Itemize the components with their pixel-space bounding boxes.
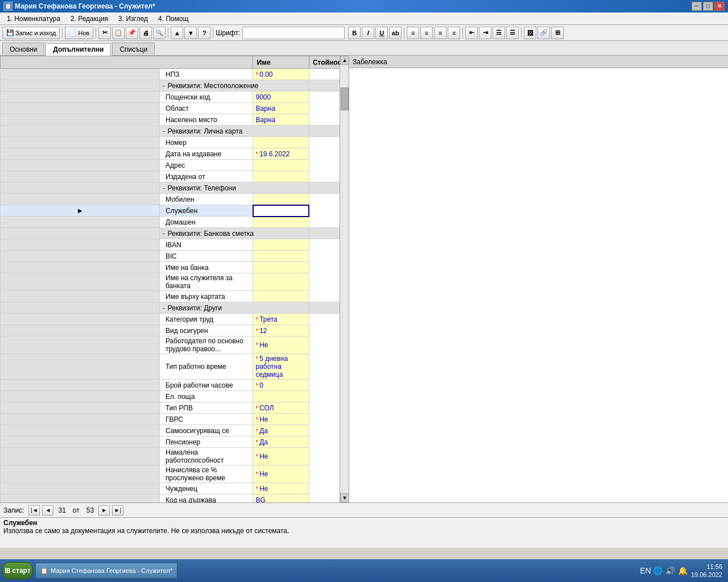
menu-edit[interactable]: 2. Редакция (66, 14, 113, 24)
table-row[interactable]: ГВРС* Не (1, 414, 349, 425)
nav-first-button[interactable]: |◄ (28, 505, 40, 516)
field-value-cell[interactable] (253, 217, 309, 228)
nav-next-button[interactable]: ► (98, 505, 110, 516)
speaker-icon[interactable]: 🔊 (666, 566, 675, 575)
minimize-button[interactable]: ─ (692, 2, 702, 11)
strikethrough-button[interactable]: ab (389, 27, 402, 39)
field-value-cell[interactable]: * 12 (253, 325, 309, 336)
field-value-cell[interactable]: * Не (253, 448, 309, 465)
help-button[interactable]: ? (198, 27, 210, 39)
table-row[interactable]: Номер (1, 137, 349, 148)
table-row[interactable]: Издадена от (1, 171, 349, 182)
field-value-cell[interactable] (253, 194, 309, 205)
field-value-cell[interactable]: * 0.00 (253, 69, 309, 80)
nav-prev-button[interactable]: ◄ (42, 505, 53, 516)
table-row[interactable]: ▶Служебен (1, 205, 349, 217)
menu-help[interactable]: 4. Помощ (154, 14, 193, 24)
maximize-button[interactable]: □ (703, 2, 713, 11)
nav-up-button[interactable]: ▲ (171, 27, 183, 39)
field-value-cell[interactable]: * Не (253, 483, 309, 494)
table-row[interactable]: Работодател по основно трудово правоо...… (1, 336, 349, 354)
field-value-cell[interactable] (253, 291, 309, 302)
new-button[interactable]: 📄 Нов (65, 27, 93, 39)
preview-button[interactable]: 🔍 (153, 27, 166, 39)
table-row[interactable]: Самоосигуряващ се* Да (1, 425, 349, 436)
table-row[interactable]: Тип РПВ* СОЛ (1, 402, 349, 414)
field-value-cell[interactable]: * Трета (253, 314, 309, 325)
field-value-input[interactable] (256, 207, 306, 215)
network-icon[interactable]: 🌐 (653, 566, 663, 575)
nav-last-button[interactable]: ►| (112, 505, 123, 516)
table-row[interactable]: Пенсионер* Да (1, 436, 349, 448)
scroll-up-button[interactable]: ▲ (340, 56, 349, 65)
field-value-cell[interactable] (253, 160, 309, 171)
field-value-cell[interactable]: * СОЛ (253, 402, 309, 414)
close-button[interactable]: ✕ (714, 2, 725, 11)
field-value-cell[interactable] (253, 171, 309, 182)
table-row[interactable]: Име на банка (1, 262, 349, 273)
field-value-cell[interactable] (253, 205, 309, 217)
table-button[interactable]: ⊞ (551, 27, 564, 39)
collapse-icon[interactable]: − (162, 231, 166, 237)
field-value-cell[interactable]: 9000 (253, 92, 309, 103)
font-selector[interactable] (242, 27, 345, 39)
print-button[interactable]: 🖨 (139, 27, 152, 39)
scroll-down-button[interactable]: ▼ (340, 493, 349, 502)
field-value-cell[interactable]: * Да (253, 436, 309, 448)
table-row[interactable]: ОбластВарна (1, 103, 349, 114)
align-right-button[interactable]: ≡ (434, 27, 446, 39)
table-row[interactable]: Адрес (1, 160, 349, 171)
tab-spisicci[interactable]: Списъци (112, 43, 155, 55)
table-row[interactable]: Чужденец* Не (1, 483, 349, 494)
field-value-cell[interactable] (253, 391, 309, 402)
table-row[interactable]: Категория труд* Трета (1, 314, 349, 325)
menu-view[interactable]: 3. Изглед (114, 14, 152, 24)
indent-right-button[interactable]: ⇥ (479, 27, 491, 39)
table-row[interactable]: Име на служителя за банката (1, 273, 349, 291)
align-justify-button[interactable]: ≡ (448, 27, 460, 39)
nav-down-button[interactable]: ▼ (184, 27, 197, 39)
field-value-cell[interactable] (253, 251, 309, 262)
table-row[interactable]: Тип работно време* 5 дневна работна седм… (1, 354, 349, 380)
numbered-list-button[interactable]: ☰ (506, 27, 519, 39)
note-body[interactable] (349, 68, 728, 502)
table-row[interactable]: Населено мястоВарна (1, 114, 349, 126)
field-value-cell[interactable]: BG (253, 494, 309, 503)
table-row[interactable]: Дата на издаване* 19.6.2022 (1, 148, 349, 160)
table-row[interactable]: НПЗ* 0.00 (1, 69, 349, 80)
copy-button[interactable]: 📋 (112, 27, 125, 39)
table-row[interactable]: Брой работни часове* 0 (1, 380, 349, 391)
table-row[interactable]: IBAN (1, 239, 349, 251)
field-value-cell[interactable]: Варна (253, 103, 309, 114)
tab-osnovni[interactable]: Основни (2, 43, 44, 55)
align-left-button[interactable]: ≡ (407, 27, 419, 39)
table-row[interactable]: Вид осигурен* 12 (1, 325, 349, 336)
field-value-cell[interactable]: Варна (253, 114, 309, 126)
link-button[interactable]: 🔗 (537, 27, 550, 39)
underline-button[interactable]: U (375, 27, 388, 39)
bold-button[interactable]: B (348, 27, 361, 39)
save-exit-button[interactable]: 💾 Запис и изход (2, 27, 60, 39)
field-value-cell[interactable] (253, 137, 309, 148)
field-value-cell[interactable]: * Не (253, 414, 309, 425)
field-value-cell[interactable]: * 19.6.2022 (253, 148, 309, 160)
scroll-thumb[interactable] (341, 88, 349, 110)
start-button[interactable]: ⊞ старт (2, 562, 33, 579)
field-value-cell[interactable] (253, 273, 309, 291)
table-row[interactable]: Име върху картата (1, 291, 349, 302)
indent-left-button[interactable]: ⇤ (465, 27, 478, 39)
field-value-cell[interactable] (253, 262, 309, 273)
field-value-cell[interactable]: * Да (253, 425, 309, 436)
list-button[interactable]: ☰ (493, 27, 505, 39)
table-row[interactable]: Мобилен (1, 194, 349, 205)
align-center-button[interactable]: ≡ (420, 27, 433, 39)
field-value-cell[interactable]: * 5 дневна работна седмица (253, 354, 309, 380)
menu-nomenclature[interactable]: 1. Номенклатура (2, 14, 65, 24)
taskbar-app-item[interactable]: 📋 Мария Стефанова Георгиева - Служител* (35, 563, 177, 579)
italic-button[interactable]: I (362, 27, 374, 39)
field-value-cell[interactable] (253, 239, 309, 251)
table-row[interactable]: Намалена работоспособност* Не (1, 448, 349, 465)
collapse-icon[interactable]: − (162, 305, 166, 311)
collapse-icon[interactable]: − (162, 128, 166, 135)
paste-button[interactable]: 📌 (126, 27, 138, 39)
